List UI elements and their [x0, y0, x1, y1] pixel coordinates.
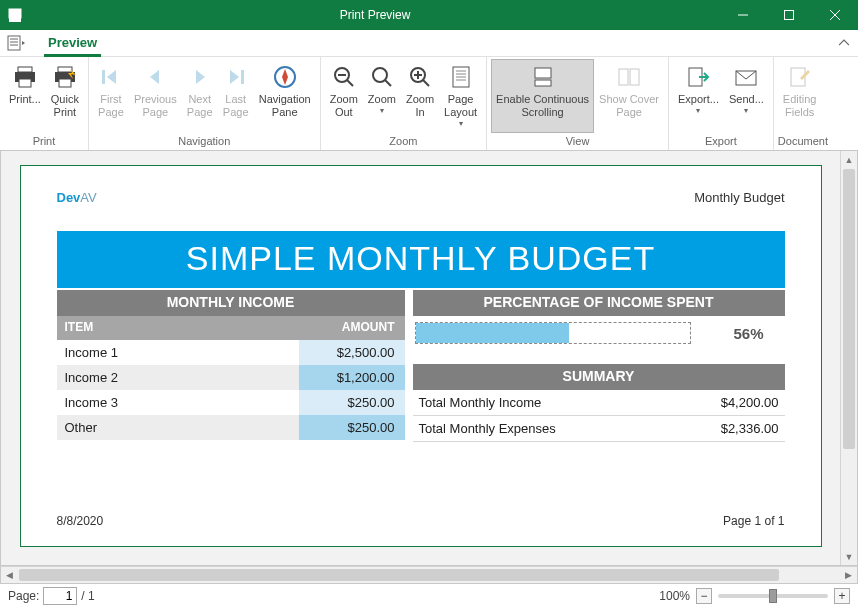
minimize-button[interactable]	[720, 0, 766, 30]
group-label-zoom: Zoom	[325, 135, 482, 150]
table-row: Total Monthly Income$4,200.00	[413, 390, 785, 416]
table-row: Income 1$2,500.00	[57, 340, 405, 365]
svg-rect-36	[630, 69, 639, 85]
income-column: MONTHLY INCOME ITEM AMOUNT Income 1$2,50…	[57, 290, 405, 442]
last-page-icon	[225, 63, 247, 91]
collapse-ribbon-button[interactable]	[830, 30, 858, 56]
page-layout-button[interactable]: Page Layout ▾	[439, 59, 482, 133]
group-label-document: Document	[778, 135, 828, 150]
file-menu-button[interactable]	[0, 30, 34, 56]
svg-rect-35	[619, 69, 628, 85]
pct-header: PERCENTAGE OF INCOME SPENT	[413, 290, 785, 316]
ribbon: Print... Quick Print Print First Page Pr…	[0, 57, 858, 151]
percent-bar	[415, 322, 691, 344]
svg-rect-15	[59, 79, 71, 87]
scroll-thumb[interactable]	[19, 569, 779, 581]
maximize-button[interactable]	[766, 0, 812, 30]
navigation-pane-button[interactable]: Navigation Pane	[254, 59, 316, 133]
scroll-down-icon[interactable]: ▼	[841, 548, 857, 565]
editing-fields-button[interactable]: Editing Fields	[778, 59, 822, 133]
summary-column: PERCENTAGE OF INCOME SPENT 56% SUMMARY T…	[413, 290, 785, 442]
group-label-print: Print	[4, 135, 84, 150]
cover-page-icon	[616, 63, 642, 91]
svg-line-20	[347, 80, 353, 86]
zoom-out-button[interactable]: Zoom Out	[325, 59, 363, 133]
preview-workspace: DevAV Monthly Budget SIMPLE MONTHLY BUDG…	[0, 151, 858, 566]
export-button[interactable]: Export... ▾	[673, 59, 724, 133]
envelope-icon	[734, 63, 758, 91]
editing-fields-icon	[788, 63, 812, 91]
brand-label: DevAV	[57, 190, 97, 205]
last-page-button[interactable]: Last Page	[218, 59, 254, 133]
zoom-in-button[interactable]: Zoom In	[401, 59, 439, 133]
zoom-slider[interactable]	[718, 594, 828, 598]
zoom-out-icon	[332, 63, 356, 91]
svg-rect-10	[18, 67, 32, 72]
continuous-scroll-icon	[530, 63, 556, 91]
percent-bar-fill	[416, 323, 569, 343]
report-page-title: Monthly Budget	[694, 190, 784, 205]
svg-rect-0	[9, 9, 21, 18]
vertical-scrollbar[interactable]: ▲ ▼	[840, 151, 857, 565]
summary-header: SUMMARY	[413, 364, 785, 390]
scroll-right-icon[interactable]: ▶	[840, 567, 857, 583]
export-icon	[686, 63, 710, 91]
group-label-navigation: Navigation	[93, 135, 316, 150]
svg-rect-33	[535, 68, 551, 78]
table-row: Income 2$1,200.00	[57, 365, 405, 390]
page-total: / 1	[81, 589, 94, 603]
report-page-number: Page 1 of 1	[723, 514, 784, 528]
horizontal-scrollbar[interactable]: ◀ ▶	[0, 566, 858, 583]
item-header: ITEM	[57, 316, 299, 340]
amount-header: AMOUNT	[299, 316, 405, 340]
chevron-down-icon: ▾	[696, 106, 700, 115]
svg-rect-16	[102, 70, 105, 84]
continuous-scrolling-button[interactable]: Enable Continuous Scrolling	[491, 59, 594, 133]
zoom-in-icon	[408, 63, 432, 91]
chevron-down-icon: ▾	[744, 106, 748, 115]
ribbon-group-view: Enable Continuous Scrolling Show Cover P…	[487, 57, 669, 150]
income-header: MONTHLY INCOME	[57, 290, 405, 316]
svg-line-23	[385, 80, 391, 86]
svg-rect-13	[58, 67, 72, 72]
zoom-minus-button[interactable]: −	[696, 588, 712, 604]
svg-line-25	[423, 80, 429, 86]
zoom-plus-button[interactable]: +	[834, 588, 850, 604]
report-page: DevAV Monthly Budget SIMPLE MONTHLY BUDG…	[20, 165, 822, 547]
zoom-slider-knob[interactable]	[769, 589, 777, 603]
send-button[interactable]: Send... ▾	[724, 59, 769, 133]
svg-rect-12	[19, 79, 31, 87]
ribbon-group-export: Export... ▾ Send... ▾ Export	[669, 57, 774, 150]
table-row: Income 3$250.00	[57, 390, 405, 415]
svg-rect-3	[785, 11, 794, 20]
quick-print-icon	[52, 63, 78, 91]
quick-print-button[interactable]: Quick Print	[46, 59, 84, 133]
scroll-left-icon[interactable]: ◀	[1, 567, 18, 583]
first-page-icon	[100, 63, 122, 91]
page-layout-icon	[450, 63, 472, 91]
ribbon-group-print: Print... Quick Print Print	[0, 57, 89, 150]
report-date: 8/8/2020	[57, 514, 104, 528]
titlebar: Print Preview	[0, 0, 858, 30]
zoom-button[interactable]: Zoom ▾	[363, 59, 401, 133]
next-page-button[interactable]: Next Page	[182, 59, 218, 133]
scroll-thumb[interactable]	[843, 169, 855, 449]
group-label-export: Export	[673, 135, 769, 150]
show-cover-page-button[interactable]: Show Cover Page	[594, 59, 664, 133]
table-row: Total Monthly Expenses$2,336.00	[413, 416, 785, 442]
previous-page-button[interactable]: Previous Page	[129, 59, 182, 133]
close-button[interactable]	[812, 0, 858, 30]
chevron-down-icon: ▾	[380, 106, 384, 115]
page-number-input[interactable]	[43, 587, 77, 605]
svg-rect-34	[535, 80, 551, 86]
preview-canvas[interactable]: DevAV Monthly Budget SIMPLE MONTHLY BUDG…	[1, 151, 840, 565]
svg-point-22	[373, 68, 387, 82]
first-page-button[interactable]: First Page	[93, 59, 129, 133]
tab-preview[interactable]: Preview	[34, 30, 111, 56]
window-title: Print Preview	[30, 8, 720, 22]
scroll-up-icon[interactable]: ▲	[841, 151, 857, 168]
svg-rect-17	[241, 70, 244, 84]
svg-rect-6	[8, 36, 20, 50]
print-button[interactable]: Print...	[4, 59, 46, 133]
ribbon-tab-row: Preview	[0, 30, 858, 57]
